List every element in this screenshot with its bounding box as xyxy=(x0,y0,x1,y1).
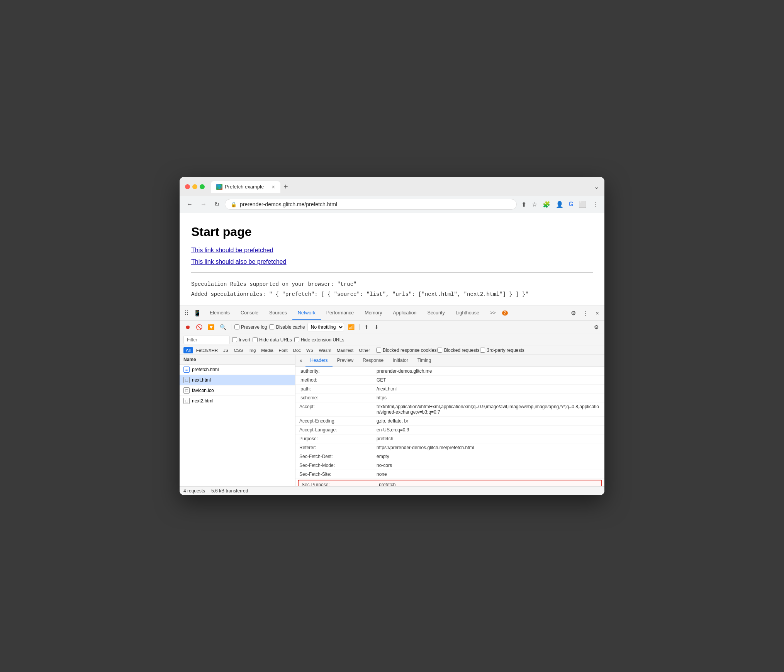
wifi-button[interactable]: 📶 xyxy=(346,323,356,331)
third-party-label[interactable]: 3rd-party requests xyxy=(480,348,524,353)
filter-type-js[interactable]: JS xyxy=(221,347,231,353)
hide-data-urls-checkbox[interactable] xyxy=(253,337,258,342)
disable-cache-checkbox[interactable] xyxy=(269,324,274,329)
lock-icon: 🔒 xyxy=(231,202,237,207)
blocked-requests-checkbox[interactable] xyxy=(437,348,442,353)
tab-more[interactable]: >> xyxy=(485,306,501,320)
hide-ext-urls-checkbox[interactable] xyxy=(294,337,299,342)
network-settings-button[interactable]: ⚙ xyxy=(592,323,601,331)
export-button[interactable]: ⬆ xyxy=(363,323,370,331)
invert-checkbox[interactable] xyxy=(232,337,237,342)
header-value-accept-language: en-US,en;q=0.9 xyxy=(377,427,601,433)
filter-type-ws[interactable]: WS xyxy=(304,347,316,353)
headers-tab-headers[interactable]: Headers xyxy=(305,355,332,367)
new-tab-button[interactable]: + xyxy=(280,181,291,193)
browser-tab-active[interactable]: 🌐 Prefetch example × xyxy=(211,181,280,193)
toolbar-separator-1 xyxy=(231,324,231,330)
tab-application[interactable]: Application xyxy=(387,306,422,320)
page-link-2[interactable]: This link should also be prefetched xyxy=(191,258,593,265)
headers-tab-preview[interactable]: Preview xyxy=(333,355,358,367)
devtools-badge: 2 xyxy=(502,311,508,316)
headers-tab-initiator[interactable]: Initiator xyxy=(388,355,412,367)
file-icon-next: □ xyxy=(183,377,190,383)
headers-tab-response[interactable]: Response xyxy=(358,355,388,367)
back-button[interactable]: ← xyxy=(184,199,195,209)
header-value-scheme: https xyxy=(377,395,601,400)
filter-type-media[interactable]: Media xyxy=(259,347,275,353)
page-title: Start page xyxy=(191,225,593,239)
page-divider xyxy=(191,272,593,273)
throttle-select[interactable]: No throttling xyxy=(307,323,344,331)
close-traffic-light[interactable] xyxy=(185,184,190,189)
filter-type-css[interactable]: CSS xyxy=(231,347,245,353)
devtools-device-icon: 📱 xyxy=(192,306,203,320)
cast-button[interactable]: ⬜ xyxy=(577,199,588,210)
profile-button[interactable]: 👤 xyxy=(554,199,565,210)
tab-memory[interactable]: Memory xyxy=(359,306,387,320)
devtools-settings-button[interactable]: ⚙ xyxy=(568,308,578,318)
address-bar[interactable]: 🔒 prerender-demos.glitch.me/prefetch.htm… xyxy=(225,199,517,210)
headers-close-button[interactable]: × xyxy=(298,356,304,365)
import-button[interactable]: ⬇ xyxy=(373,323,380,331)
tab-console[interactable]: Console xyxy=(235,306,264,320)
hide-ext-urls-text: Hide extension URLs xyxy=(301,337,344,343)
devtools-more-button[interactable]: ⋮ xyxy=(580,308,591,318)
filter-type-all[interactable]: All xyxy=(183,347,193,353)
tab-lighthouse[interactable]: Lighthouse xyxy=(450,306,485,320)
header-row-path: :path: /next.html xyxy=(295,385,604,394)
third-party-checkbox[interactable] xyxy=(480,348,485,353)
file-item-next2[interactable]: □ next2.html xyxy=(180,396,295,406)
blocked-cookies-checkbox[interactable] xyxy=(376,348,381,353)
blocked-requests-label[interactable]: Blocked requests xyxy=(437,348,479,353)
bookmark-button[interactable]: ☆ xyxy=(530,199,539,210)
filter-type-img[interactable]: Img xyxy=(246,347,258,353)
filter-type-fetch[interactable]: Fetch/XHR xyxy=(194,347,220,353)
devtools-close-button[interactable]: × xyxy=(593,308,601,318)
maximize-traffic-light[interactable] xyxy=(200,184,205,189)
invert-label[interactable]: Invert xyxy=(232,337,250,343)
hide-data-urls-label[interactable]: Hide data URLs xyxy=(253,337,292,343)
extensions-button[interactable]: 🧩 xyxy=(541,199,552,210)
minimize-traffic-light[interactable] xyxy=(192,184,197,189)
record-button[interactable]: ⏺ xyxy=(183,323,192,331)
menu-button[interactable]: ⋮ xyxy=(591,199,600,210)
disable-cache-label[interactable]: Disable cache xyxy=(269,324,305,330)
filter-type-manifest[interactable]: Manifest xyxy=(334,347,356,353)
file-item-prefetch[interactable]: ≡ prefetch.html xyxy=(180,365,295,375)
tab-security[interactable]: Security xyxy=(422,306,450,320)
header-row-accept-encoding: Accept-Encoding: gzip, deflate, br xyxy=(295,417,604,426)
share-button[interactable]: ⬆ xyxy=(520,199,528,210)
tab-network[interactable]: Network xyxy=(292,306,321,320)
tab-list-button[interactable]: ⌄ xyxy=(594,183,599,190)
reload-button[interactable]: ↻ xyxy=(212,199,222,210)
blocked-cookies-text: Blocked response cookies xyxy=(383,348,436,353)
clear-button[interactable]: 🚫 xyxy=(194,323,204,331)
header-value-method: GET xyxy=(377,377,601,383)
header-row-sec-purpose: Sec-Purpose: prefetch xyxy=(298,480,602,486)
tab-elements[interactable]: Elements xyxy=(204,306,235,320)
search-button[interactable]: 🔍 xyxy=(218,323,228,331)
preserve-log-label[interactable]: Preserve log xyxy=(234,324,267,330)
tab-sources[interactable]: Sources xyxy=(264,306,292,320)
filter-type-font[interactable]: Font xyxy=(277,347,290,353)
header-value-accept: text/html,application/xhtml+xml,applicat… xyxy=(377,404,601,415)
blocked-cookies-label[interactable]: Blocked response cookies xyxy=(376,348,436,353)
filter-type-wasm[interactable]: Wasm xyxy=(317,347,334,353)
preserve-log-checkbox[interactable] xyxy=(234,324,239,329)
filter-input[interactable] xyxy=(183,336,230,344)
file-item-favicon[interactable]: □ favicon.ico xyxy=(180,385,295,396)
hide-ext-urls-label[interactable]: Hide extension URLs xyxy=(294,337,344,343)
headers-tab-timing[interactable]: Timing xyxy=(413,355,436,367)
tab-performance[interactable]: Performance xyxy=(321,306,360,320)
filter-type-other[interactable]: Other xyxy=(356,347,372,353)
tab-close-button[interactable]: × xyxy=(272,184,275,190)
address-text: prerender-demos.glitch.me/prefetch.html xyxy=(240,201,511,207)
file-icon-html: ≡ xyxy=(183,367,190,373)
google-button[interactable]: G xyxy=(567,199,575,209)
file-item-next[interactable]: □ next.html xyxy=(180,375,295,385)
nav-bar: ← → ↻ 🔒 prerender-demos.glitch.me/prefet… xyxy=(180,196,604,213)
page-link-1[interactable]: This link should be prefetched xyxy=(191,247,593,254)
forward-button[interactable]: → xyxy=(198,199,209,209)
filter-button[interactable]: 🔽 xyxy=(206,323,216,331)
filter-type-doc[interactable]: Doc xyxy=(291,347,303,353)
